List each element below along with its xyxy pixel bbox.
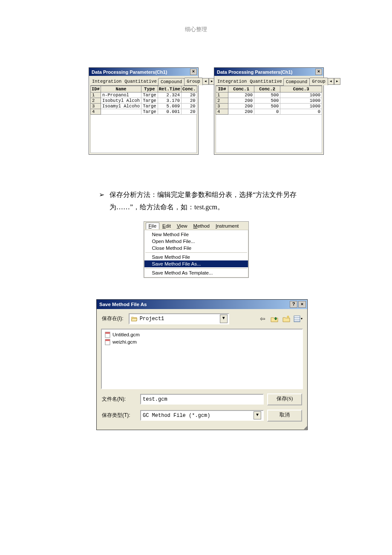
table-row[interactable]: 2 200 500 1000 bbox=[216, 98, 322, 104]
menu-item-save-method-as[interactable]: Save Method File As... bbox=[144, 260, 248, 267]
resize-grip-icon[interactable]: ◢ bbox=[97, 426, 307, 430]
filetype-combo[interactable]: GC Method File (*.gcm) ▼ bbox=[140, 410, 264, 421]
table-row[interactable]: 3 Isoamyl Alcoho Targe 5.089 20 bbox=[91, 104, 197, 109]
filename-label: 文件名(N): bbox=[102, 396, 140, 403]
table-row[interactable]: 1 200 500 1000 bbox=[216, 92, 322, 98]
menu-file[interactable]: File bbox=[146, 223, 160, 229]
save-button[interactable]: 保存(S) bbox=[267, 393, 302, 405]
tab-scroll-left-icon[interactable]: ◂ bbox=[202, 78, 209, 85]
menu-item-save-method[interactable]: Save Method File bbox=[144, 254, 248, 260]
svg-marker-3 bbox=[283, 318, 290, 322]
tab-scroll-left-icon[interactable]: ◂ bbox=[328, 78, 334, 85]
up-one-level-icon[interactable] bbox=[270, 315, 279, 323]
col-id: ID# bbox=[91, 86, 101, 92]
table-row[interactable]: 2 Isobutyl Alcoh Targe 3.170 20 bbox=[91, 98, 197, 104]
table-row[interactable]: 4 Targe 0.001 20 bbox=[91, 109, 197, 115]
file-menu-screenshot: File Edit View Method Instrument New Met… bbox=[144, 221, 249, 278]
save-in-value: Project1 bbox=[140, 316, 164, 322]
col-conc: Conc. bbox=[182, 86, 197, 92]
table-row[interactable]: 3 200 500 1000 bbox=[216, 104, 322, 109]
new-folder-icon[interactable] bbox=[282, 315, 291, 323]
tab-compound[interactable]: Compound bbox=[283, 78, 310, 86]
menu-instrument[interactable]: Instrument bbox=[213, 223, 242, 229]
view-menu-icon[interactable] bbox=[294, 315, 303, 323]
close-icon[interactable]: × bbox=[190, 69, 197, 75]
chevron-down-icon[interactable]: ▼ bbox=[254, 411, 261, 419]
folder-open-icon bbox=[131, 316, 137, 321]
tab-quantitative[interactable]: Quantitative bbox=[123, 78, 159, 85]
menu-item-new-method[interactable]: New Method File bbox=[144, 231, 248, 238]
svg-marker-12 bbox=[301, 318, 303, 320]
tab-integration[interactable]: Integration bbox=[216, 78, 248, 85]
file-item[interactable]: weizhi.gcm bbox=[104, 338, 300, 346]
bullet-icon: ➢ bbox=[99, 189, 104, 214]
col-type: Type bbox=[141, 86, 158, 92]
tab-group[interactable]: Group bbox=[309, 78, 328, 85]
table-row[interactable]: 4 200 0 0 bbox=[216, 109, 322, 115]
tab-compound[interactable]: Compound bbox=[158, 78, 184, 86]
back-icon[interactable]: ⇦ bbox=[258, 315, 267, 323]
file-item[interactable]: Untitled.gcm bbox=[104, 331, 300, 338]
col-id: ID# bbox=[216, 86, 228, 92]
save-method-dialog: Save Method File As ? × 保存在(I): Project1… bbox=[96, 299, 308, 430]
data-processing-window-conc: Data Processing Parameters(Ch1) × Integr… bbox=[214, 67, 324, 155]
file-icon bbox=[104, 339, 111, 345]
cancel-button[interactable]: 取消 bbox=[267, 410, 302, 422]
col-conc2: Conc.2 bbox=[254, 86, 280, 92]
file-icon bbox=[104, 332, 111, 338]
menu-view[interactable]: View bbox=[174, 223, 190, 229]
svg-rect-16 bbox=[105, 339, 110, 341]
help-icon[interactable]: ? bbox=[290, 301, 297, 308]
menu-method[interactable]: Method bbox=[190, 223, 213, 229]
save-in-label: 保存在(I): bbox=[102, 315, 124, 322]
close-icon[interactable]: × bbox=[315, 69, 322, 75]
col-conc1: Conc.1 bbox=[228, 86, 254, 92]
chevron-down-icon[interactable]: ▼ bbox=[220, 315, 228, 323]
tab-integration[interactable]: Integration bbox=[90, 78, 123, 85]
menu-edit[interactable]: Edit bbox=[159, 223, 174, 229]
col-name: Name bbox=[101, 86, 141, 92]
svg-marker-1 bbox=[131, 318, 137, 321]
table-row[interactable]: 1 n-Propanol Targe 2.324 20 bbox=[91, 92, 197, 98]
menu-item-close-method[interactable]: Close Method File bbox=[144, 245, 248, 251]
menu-item-save-as-template[interactable]: Save Method As Template... bbox=[144, 269, 248, 276]
dialog-title: Save Method File As bbox=[99, 302, 147, 307]
col-conc3: Conc.3 bbox=[280, 86, 322, 92]
save-in-combo[interactable]: Project1 ▼ bbox=[129, 313, 229, 324]
tab-group[interactable]: Group bbox=[184, 78, 203, 85]
menu-item-open-method[interactable]: Open Method File... bbox=[144, 238, 248, 245]
tab-scroll-right-icon[interactable]: ▸ bbox=[334, 78, 340, 85]
filetype-label: 保存类型(T): bbox=[102, 412, 140, 419]
filename-input[interactable]: test.gcm bbox=[140, 394, 264, 405]
tab-quantitative[interactable]: Quantitative bbox=[248, 78, 284, 85]
page-header-text: 细心整理 bbox=[0, 26, 392, 33]
col-rettime: Ret.Time bbox=[158, 86, 181, 92]
window-title: Data Processing Parameters(Ch1) bbox=[217, 69, 292, 75]
svg-rect-14 bbox=[105, 332, 110, 334]
body-text: 保存分析方法：编辑完定量参数和组分表，选择“方法文件另存为……”，给方法命名，如… bbox=[110, 189, 316, 214]
data-processing-window-compound: Data Processing Parameters(Ch1) × Integr… bbox=[89, 67, 199, 155]
file-list[interactable]: Untitled.gcm weizhi.gcm bbox=[101, 329, 303, 389]
close-icon[interactable]: × bbox=[298, 301, 306, 308]
window-title: Data Processing Parameters(Ch1) bbox=[92, 69, 167, 75]
